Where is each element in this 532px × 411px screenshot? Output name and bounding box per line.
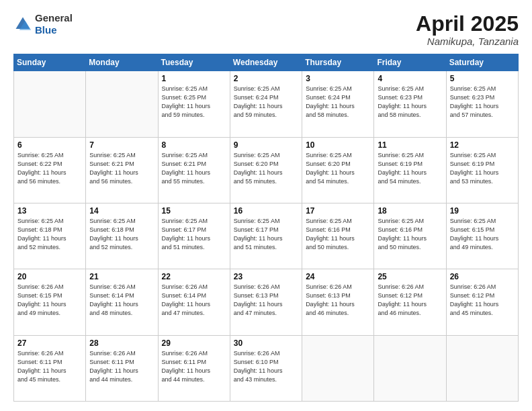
- day-info: Sunrise: 6:26 AM Sunset: 6:14 PM Dayligh…: [162, 283, 226, 318]
- day-number: 6: [17, 140, 82, 150]
- day-number: 17: [306, 206, 370, 216]
- calendar-cell: 15Sunrise: 6:25 AM Sunset: 6:17 PM Dayli…: [158, 203, 230, 269]
- day-number: 16: [234, 206, 298, 216]
- day-info: Sunrise: 6:25 AM Sunset: 6:17 PM Dayligh…: [234, 217, 298, 252]
- day-info: Sunrise: 6:26 AM Sunset: 6:13 PM Dayligh…: [306, 283, 370, 318]
- calendar-cell: 28Sunrise: 6:26 AM Sunset: 6:11 PM Dayli…: [86, 335, 158, 401]
- day-info: Sunrise: 6:25 AM Sunset: 6:17 PM Dayligh…: [162, 217, 226, 252]
- day-info: Sunrise: 6:26 AM Sunset: 6:12 PM Dayligh…: [450, 283, 515, 318]
- calendar-cell: 30Sunrise: 6:26 AM Sunset: 6:10 PM Dayli…: [230, 335, 302, 401]
- title-location: Namikupa, Tanzania: [416, 36, 519, 47]
- day-info: Sunrise: 6:25 AM Sunset: 6:16 PM Dayligh…: [306, 217, 370, 252]
- day-number: 24: [306, 272, 370, 281]
- day-info: Sunrise: 6:25 AM Sunset: 6:16 PM Dayligh…: [378, 217, 442, 252]
- day-info: Sunrise: 6:25 AM Sunset: 6:18 PM Dayligh…: [89, 217, 154, 252]
- calendar-cell: 5Sunrise: 6:25 AM Sunset: 6:23 PM Daylig…: [446, 71, 518, 137]
- title-month: April 2025: [416, 12, 519, 36]
- week-row-2: 6Sunrise: 6:25 AM Sunset: 6:22 PM Daylig…: [14, 137, 519, 203]
- day-number: 15: [162, 206, 226, 216]
- calendar-cell: 14Sunrise: 6:25 AM Sunset: 6:18 PM Dayli…: [86, 203, 158, 269]
- day-info: Sunrise: 6:25 AM Sunset: 6:20 PM Dayligh…: [234, 151, 298, 186]
- day-info: Sunrise: 6:25 AM Sunset: 6:22 PM Dayligh…: [17, 151, 82, 186]
- calendar-cell: 20Sunrise: 6:26 AM Sunset: 6:15 PM Dayli…: [14, 269, 86, 335]
- title-block: April 2025 Namikupa, Tanzania: [416, 12, 519, 47]
- week-row-4: 20Sunrise: 6:26 AM Sunset: 6:15 PM Dayli…: [14, 269, 519, 335]
- calendar-cell: 3Sunrise: 6:25 AM Sunset: 6:24 PM Daylig…: [302, 71, 374, 137]
- calendar-cell: 16Sunrise: 6:25 AM Sunset: 6:17 PM Dayli…: [230, 203, 302, 269]
- day-info: Sunrise: 6:25 AM Sunset: 6:24 PM Dayligh…: [306, 85, 370, 120]
- calendar-cell: 18Sunrise: 6:25 AM Sunset: 6:16 PM Dayli…: [374, 203, 446, 269]
- day-number: 21: [89, 272, 154, 281]
- day-number: 29: [162, 338, 226, 348]
- calendar-cell: 12Sunrise: 6:25 AM Sunset: 6:19 PM Dayli…: [446, 137, 518, 203]
- calendar-cell: 26Sunrise: 6:26 AM Sunset: 6:12 PM Dayli…: [446, 269, 518, 335]
- header-monday: Monday: [86, 54, 158, 71]
- day-info: Sunrise: 6:25 AM Sunset: 6:23 PM Dayligh…: [378, 85, 442, 120]
- day-info: Sunrise: 6:26 AM Sunset: 6:14 PM Dayligh…: [89, 283, 154, 318]
- day-info: Sunrise: 6:25 AM Sunset: 6:19 PM Dayligh…: [378, 151, 442, 186]
- day-number: 11: [378, 140, 442, 150]
- day-number: 10: [306, 140, 370, 150]
- header-wednesday: Wednesday: [230, 54, 302, 71]
- header: General Blue April 2025 Namikupa, Tanzan…: [13, 12, 519, 47]
- day-number: 2: [234, 74, 298, 83]
- calendar-cell: 22Sunrise: 6:26 AM Sunset: 6:14 PM Dayli…: [158, 269, 230, 335]
- day-number: 4: [378, 74, 442, 83]
- day-number: 27: [17, 338, 82, 348]
- week-row-5: 27Sunrise: 6:26 AM Sunset: 6:11 PM Dayli…: [14, 335, 519, 401]
- day-number: 12: [450, 140, 515, 150]
- day-number: 5: [450, 74, 515, 83]
- day-number: 20: [17, 272, 82, 281]
- day-info: Sunrise: 6:26 AM Sunset: 6:11 PM Dayligh…: [17, 349, 82, 384]
- calendar-cell: 17Sunrise: 6:25 AM Sunset: 6:16 PM Dayli…: [302, 203, 374, 269]
- calendar-cell: 29Sunrise: 6:26 AM Sunset: 6:11 PM Dayli…: [158, 335, 230, 401]
- week-row-1: 1Sunrise: 6:25 AM Sunset: 6:25 PM Daylig…: [14, 71, 519, 137]
- day-number: 22: [162, 272, 226, 281]
- day-number: 18: [378, 206, 442, 216]
- header-sunday: Sunday: [14, 54, 86, 71]
- calendar-cell: 25Sunrise: 6:26 AM Sunset: 6:12 PM Dayli…: [374, 269, 446, 335]
- calendar-cell: 13Sunrise: 6:25 AM Sunset: 6:18 PM Dayli…: [14, 203, 86, 269]
- calendar-cell: 4Sunrise: 6:25 AM Sunset: 6:23 PM Daylig…: [374, 71, 446, 137]
- calendar-cell: [302, 335, 374, 401]
- page: General Blue April 2025 Namikupa, Tanzan…: [0, 0, 532, 411]
- day-number: 8: [162, 140, 226, 150]
- calendar-cell: 19Sunrise: 6:25 AM Sunset: 6:15 PM Dayli…: [446, 203, 518, 269]
- calendar-cell: 8Sunrise: 6:25 AM Sunset: 6:21 PM Daylig…: [158, 137, 230, 203]
- weekday-header-row: Sunday Monday Tuesday Wednesday Thursday…: [14, 54, 519, 71]
- logo-text: General Blue: [35, 12, 73, 36]
- day-info: Sunrise: 6:25 AM Sunset: 6:18 PM Dayligh…: [17, 217, 82, 252]
- calendar-cell: 27Sunrise: 6:26 AM Sunset: 6:11 PM Dayli…: [14, 335, 86, 401]
- day-info: Sunrise: 6:26 AM Sunset: 6:12 PM Dayligh…: [378, 283, 442, 318]
- logo-icon: [13, 15, 32, 34]
- calendar-cell: 24Sunrise: 6:26 AM Sunset: 6:13 PM Dayli…: [302, 269, 374, 335]
- calendar-cell: 11Sunrise: 6:25 AM Sunset: 6:19 PM Dayli…: [374, 137, 446, 203]
- day-info: Sunrise: 6:26 AM Sunset: 6:11 PM Dayligh…: [162, 349, 226, 384]
- day-number: 9: [234, 140, 298, 150]
- calendar-cell: 1Sunrise: 6:25 AM Sunset: 6:25 PM Daylig…: [158, 71, 230, 137]
- calendar-cell: 2Sunrise: 6:25 AM Sunset: 6:24 PM Daylig…: [230, 71, 302, 137]
- calendar-cell: 23Sunrise: 6:26 AM Sunset: 6:13 PM Dayli…: [230, 269, 302, 335]
- day-number: 28: [89, 338, 154, 348]
- day-number: 19: [450, 206, 515, 216]
- day-info: Sunrise: 6:25 AM Sunset: 6:21 PM Dayligh…: [162, 151, 226, 186]
- header-saturday: Saturday: [446, 54, 518, 71]
- day-number: 3: [306, 74, 370, 83]
- header-thursday: Thursday: [302, 54, 374, 71]
- day-info: Sunrise: 6:25 AM Sunset: 6:21 PM Dayligh…: [89, 151, 154, 186]
- day-info: Sunrise: 6:25 AM Sunset: 6:20 PM Dayligh…: [306, 151, 370, 186]
- calendar-cell: 7Sunrise: 6:25 AM Sunset: 6:21 PM Daylig…: [86, 137, 158, 203]
- calendar-cell: [14, 71, 86, 137]
- calendar-cell: [86, 71, 158, 137]
- day-number: 13: [17, 206, 82, 216]
- calendar-cell: 10Sunrise: 6:25 AM Sunset: 6:20 PM Dayli…: [302, 137, 374, 203]
- day-info: Sunrise: 6:25 AM Sunset: 6:19 PM Dayligh…: [450, 151, 515, 186]
- calendar-cell: 21Sunrise: 6:26 AM Sunset: 6:14 PM Dayli…: [86, 269, 158, 335]
- calendar-cell: [446, 335, 518, 401]
- calendar-table: Sunday Monday Tuesday Wednesday Thursday…: [13, 54, 519, 402]
- week-row-3: 13Sunrise: 6:25 AM Sunset: 6:18 PM Dayli…: [14, 203, 519, 269]
- day-info: Sunrise: 6:25 AM Sunset: 6:25 PM Dayligh…: [162, 85, 226, 120]
- day-info: Sunrise: 6:26 AM Sunset: 6:11 PM Dayligh…: [89, 349, 154, 384]
- day-number: 25: [378, 272, 442, 281]
- day-number: 7: [89, 140, 154, 150]
